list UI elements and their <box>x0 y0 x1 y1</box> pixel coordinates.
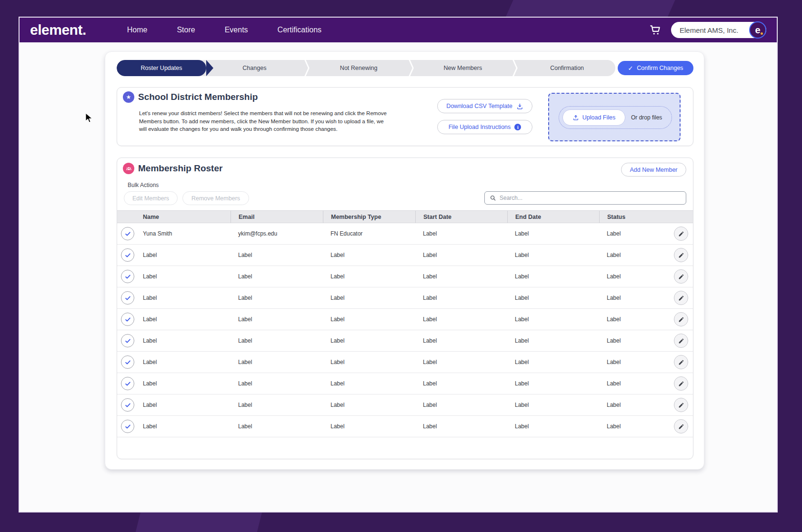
wizard-stepper: Roster UpdatesChangesNot RenewingNew Mem… <box>117 60 693 76</box>
cell-end-date: Label <box>507 423 599 430</box>
top-navbar: element. HomeStoreEventsCertifications E… <box>20 18 777 42</box>
stepper-track: Roster UpdatesChangesNot RenewingNew Mem… <box>117 60 615 76</box>
row-checkbox[interactable] <box>121 291 134 305</box>
edit-row-button[interactable] <box>674 334 688 348</box>
file-drop-zone[interactable]: Upload Files Or drop files <box>548 93 681 141</box>
row-checkbox-cell <box>117 248 138 262</box>
cell-name: Label <box>138 359 231 365</box>
edit-row-button[interactable] <box>674 419 688 433</box>
confirm-changes-button[interactable]: ✓ Confirm Changes <box>618 61 693 75</box>
cell-end-date: Label <box>507 337 599 344</box>
upload-files-button[interactable]: Upload Files <box>562 109 625 126</box>
table-row: LabelLabelLabelLabelLabelLabel <box>117 287 693 309</box>
step-new-members[interactable]: New Members <box>415 60 511 76</box>
row-checkbox[interactable] <box>121 377 134 390</box>
edit-row-button[interactable] <box>674 355 688 369</box>
column-header-membership-type: Membership Type <box>323 211 415 223</box>
download-icon <box>516 103 523 110</box>
cell-name: Label <box>138 402 231 408</box>
remove-members-label: Remove Members <box>191 195 240 202</box>
cell-name: Label <box>138 295 231 301</box>
edit-row-button[interactable] <box>674 398 688 412</box>
cell-name: Label <box>138 337 231 344</box>
cell-start-date: Label <box>415 380 507 387</box>
step-not-renewing[interactable]: Not Renewing <box>311 60 407 76</box>
nav-item-events[interactable]: Events <box>225 26 248 34</box>
cell-start-date: Label <box>415 402 507 408</box>
cell-name: Label <box>138 316 231 323</box>
cell-start-date: Label <box>415 252 507 258</box>
step-changes[interactable]: Changes <box>206 60 303 76</box>
account-name: Element AMS, Inc. <box>680 26 738 34</box>
nav-item-certifications[interactable]: Certifications <box>278 26 321 34</box>
edit-row-button[interactable] <box>674 376 688 391</box>
column-header-end-date: End Date <box>507 211 599 223</box>
table-row: Yuna Smithykim@fcps.eduFN EducatorLabelL… <box>117 223 693 245</box>
cell-membership-type: Label <box>323 295 415 301</box>
backdrop-accent-shape-bottom <box>135 510 262 532</box>
cell-status: Label <box>599 269 693 284</box>
status-label: Label <box>599 273 621 280</box>
page-body: Roster UpdatesChangesNot RenewingNew Mem… <box>20 42 777 512</box>
cell-email: Label <box>231 295 323 301</box>
edit-row-button[interactable] <box>674 227 688 241</box>
cell-email: ykim@fcps.edu <box>231 230 323 237</box>
row-checkbox[interactable] <box>121 334 134 347</box>
cell-membership-type: Label <box>323 402 415 408</box>
chevron-separator-icon <box>511 60 519 76</box>
row-checkbox[interactable] <box>121 355 134 369</box>
file-upload-instructions-label: File Upload Instructions <box>449 124 511 130</box>
account-menu[interactable]: Element AMS, Inc. e <box>671 22 766 38</box>
table-row: LabelLabelLabelLabelLabelLabel <box>117 245 693 266</box>
row-checkbox[interactable] <box>121 420 134 433</box>
search-input[interactable] <box>500 195 681 201</box>
step-roster-updates[interactable]: Roster Updates <box>117 60 206 76</box>
status-label: Label <box>599 337 621 344</box>
edit-row-button[interactable] <box>674 248 688 262</box>
remove-members-button[interactable]: Remove Members <box>182 191 249 205</box>
add-new-member-label: Add New Member <box>630 167 677 173</box>
table-header-row: NameEmailMembership TypeStart DateEnd Da… <box>117 210 693 223</box>
download-csv-template-button[interactable]: Download CSV Template <box>437 99 532 113</box>
row-checkbox[interactable] <box>121 270 134 283</box>
cell-email: Label <box>231 423 323 430</box>
row-checkbox-cell <box>117 398 138 412</box>
cell-status: Label <box>599 376 693 391</box>
nav-item-home[interactable]: Home <box>127 26 148 34</box>
edit-row-button[interactable] <box>674 269 688 284</box>
edit-row-button[interactable] <box>674 291 688 305</box>
cell-start-date: Label <box>415 337 507 344</box>
cell-end-date: Label <box>507 402 599 408</box>
cell-end-date: Label <box>507 359 599 365</box>
column-header-status: Status <box>599 211 693 223</box>
status-label: Label <box>599 295 621 301</box>
edit-members-button[interactable]: Edit Members <box>124 191 178 205</box>
cell-start-date: Label <box>415 230 507 237</box>
cell-email: Label <box>231 273 323 280</box>
row-checkbox[interactable] <box>121 398 134 412</box>
cell-status: Label <box>599 355 693 369</box>
step-confirmation[interactable]: Confirmation <box>519 60 615 76</box>
edit-row-button[interactable] <box>674 312 688 326</box>
add-new-member-button[interactable]: Add New Member <box>621 163 686 177</box>
row-checkbox-cell <box>117 355 138 369</box>
nav-item-store[interactable]: Store <box>177 26 195 34</box>
cell-status: Label <box>599 398 693 412</box>
cart-icon[interactable] <box>648 23 662 37</box>
row-checkbox[interactable] <box>121 313 134 326</box>
chevron-separator-icon <box>303 60 311 76</box>
column-header-email: Email <box>231 211 323 223</box>
cell-membership-type: Label <box>323 359 415 365</box>
app-window: element. HomeStoreEventsCertifications E… <box>19 17 778 512</box>
cell-end-date: Label <box>507 316 599 323</box>
cell-membership-type: Label <box>323 273 415 280</box>
cell-name: Label <box>138 423 231 430</box>
file-drop-inner: Upload Files Or drop files <box>559 106 672 129</box>
table-row: LabelLabelLabelLabelLabelLabel <box>117 416 693 437</box>
row-checkbox[interactable] <box>121 227 134 240</box>
file-upload-instructions-button[interactable]: File Upload Instructions i <box>437 120 532 134</box>
column-header-start-date: Start Date <box>415 211 507 223</box>
cell-end-date: Label <box>507 273 599 280</box>
row-checkbox[interactable] <box>121 248 134 262</box>
row-checkbox-cell <box>117 377 138 390</box>
